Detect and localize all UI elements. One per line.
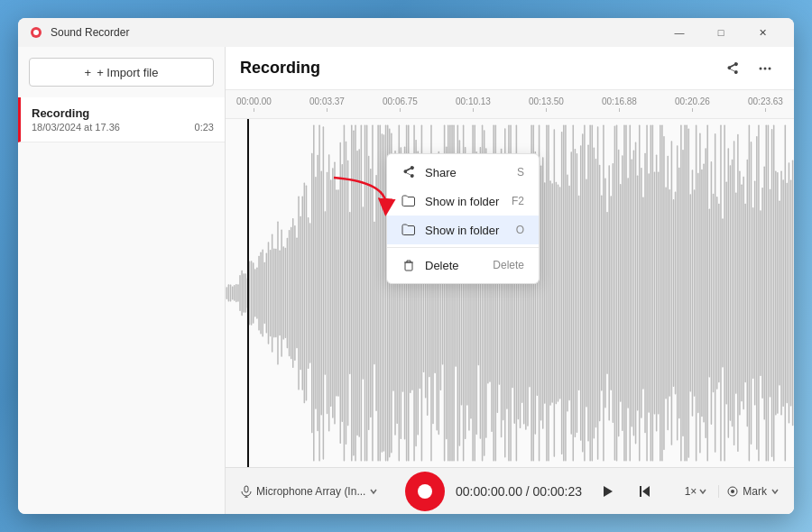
- svg-rect-203: [601, 195, 603, 390]
- svg-rect-37: [287, 238, 289, 349]
- svg-rect-297: [779, 201, 780, 386]
- svg-rect-72: [353, 130, 355, 455]
- svg-rect-201: [597, 126, 599, 460]
- svg-rect-200: [595, 159, 597, 427]
- svg-rect-197: [589, 124, 591, 461]
- svg-rect-50: [311, 153, 313, 434]
- svg-rect-272: [732, 160, 734, 427]
- svg-rect-295: [775, 170, 777, 415]
- play-button[interactable]: [593, 477, 622, 506]
- svg-rect-20: [254, 269, 256, 316]
- context-menu: Share S Show in folder F2: [386, 153, 540, 284]
- svg-rect-26: [266, 252, 268, 333]
- svg-rect-195: [586, 179, 587, 408]
- svg-rect-52: [315, 177, 317, 409]
- svg-rect-293: [771, 129, 773, 457]
- svg-rect-226: [644, 153, 646, 434]
- svg-rect-78: [364, 124, 366, 461]
- svg-rect-67: [344, 124, 346, 461]
- svg-rect-262: [713, 194, 715, 393]
- svg-rect-220: [633, 151, 635, 436]
- share-button[interactable]: [718, 54, 747, 83]
- svg-rect-32: [277, 222, 279, 365]
- svg-marker-315: [642, 486, 650, 497]
- mic-selector[interactable]: Microphone Array (In...: [240, 485, 378, 498]
- svg-rect-79: [366, 124, 368, 461]
- svg-rect-278: [743, 177, 744, 409]
- svg-rect-178: [554, 129, 556, 456]
- svg-rect-302: [789, 162, 790, 423]
- delete-item-left: Delete: [401, 258, 459, 272]
- svg-rect-171: [540, 165, 542, 420]
- timeline-mark-0: 00:00.00: [236, 96, 272, 112]
- maximize-button[interactable]: □: [700, 18, 742, 47]
- svg-rect-238: [667, 156, 669, 431]
- sidebar: + + Import file Recording 18/03/2024 at …: [18, 47, 226, 514]
- svg-rect-285: [756, 136, 758, 450]
- svg-rect-299: [782, 179, 784, 407]
- recording-item[interactable]: Recording 18/03/2024 at 17.36 0:23: [18, 97, 225, 142]
- mark-button[interactable]: Mark: [718, 485, 780, 498]
- context-share[interactable]: Share S: [387, 158, 539, 187]
- svg-rect-288: [761, 188, 763, 399]
- main-content: Recording: [226, 47, 794, 514]
- import-file-button[interactable]: + + Import file: [29, 58, 214, 87]
- svg-rect-198: [592, 124, 594, 461]
- svg-rect-177: [551, 183, 553, 403]
- svg-rect-55: [320, 171, 322, 416]
- svg-rect-196: [587, 144, 589, 441]
- svg-rect-230: [652, 124, 654, 461]
- svg-rect-53: [317, 155, 318, 432]
- svg-rect-9: [234, 285, 235, 301]
- svg-rect-6: [228, 284, 230, 301]
- svg-rect-219: [632, 160, 633, 427]
- record-button[interactable]: [405, 472, 445, 511]
- svg-rect-202: [599, 165, 601, 422]
- skip-to-start-button[interactable]: [632, 479, 658, 504]
- svg-rect-63: [336, 189, 337, 396]
- delete-key: Delete: [493, 259, 524, 271]
- svg-rect-257: [703, 163, 705, 422]
- svg-rect-81: [370, 169, 372, 417]
- timeline-mark-4: 00:13.50: [529, 96, 564, 112]
- close-button[interactable]: ✕: [742, 18, 783, 47]
- svg-marker-313: [604, 486, 613, 497]
- svg-rect-82: [372, 124, 374, 461]
- svg-rect-187: [570, 151, 572, 435]
- more-icon: [758, 61, 772, 76]
- svg-rect-267: [722, 218, 724, 367]
- svg-rect-231: [654, 172, 656, 415]
- svg-rect-21: [256, 268, 258, 319]
- context-show-in-folder-2[interactable]: Show in folder O: [387, 216, 539, 244]
- svg-rect-84: [375, 175, 377, 411]
- svg-rect-256: [701, 170, 703, 417]
- svg-rect-284: [754, 181, 756, 406]
- svg-rect-51: [313, 124, 315, 461]
- context-show-in-folder-1[interactable]: Show in folder F2: [387, 187, 539, 216]
- svg-rect-225: [642, 197, 644, 390]
- svg-rect-301: [787, 183, 789, 403]
- recording-date: 18/03/2024 at 17.36: [32, 122, 120, 133]
- svg-rect-273: [734, 141, 735, 445]
- svg-rect-235: [661, 124, 663, 461]
- svg-rect-68: [346, 142, 347, 445]
- svg-rect-259: [706, 124, 708, 461]
- share-icon: [725, 61, 740, 76]
- svg-rect-236: [663, 136, 665, 450]
- context-delete[interactable]: Delete Delete: [387, 251, 539, 280]
- svg-rect-260: [709, 209, 711, 378]
- svg-rect-25: [264, 262, 266, 324]
- svg-rect-65: [340, 142, 342, 444]
- svg-rect-186: [568, 186, 570, 400]
- svg-rect-36: [285, 248, 287, 338]
- svg-rect-251: [692, 170, 694, 417]
- mic-label: Microphone Array (In...: [256, 485, 365, 498]
- svg-rect-62: [334, 161, 336, 424]
- minimize-button[interactable]: —: [659, 18, 700, 47]
- svg-rect-54: [318, 124, 320, 461]
- svg-rect-73: [355, 124, 356, 461]
- speed-selector[interactable]: 1×: [685, 485, 708, 498]
- more-options-button[interactable]: [751, 54, 780, 83]
- recording-list: Recording 18/03/2024 at 17.36 0:23: [18, 97, 225, 514]
- svg-point-317: [731, 490, 734, 493]
